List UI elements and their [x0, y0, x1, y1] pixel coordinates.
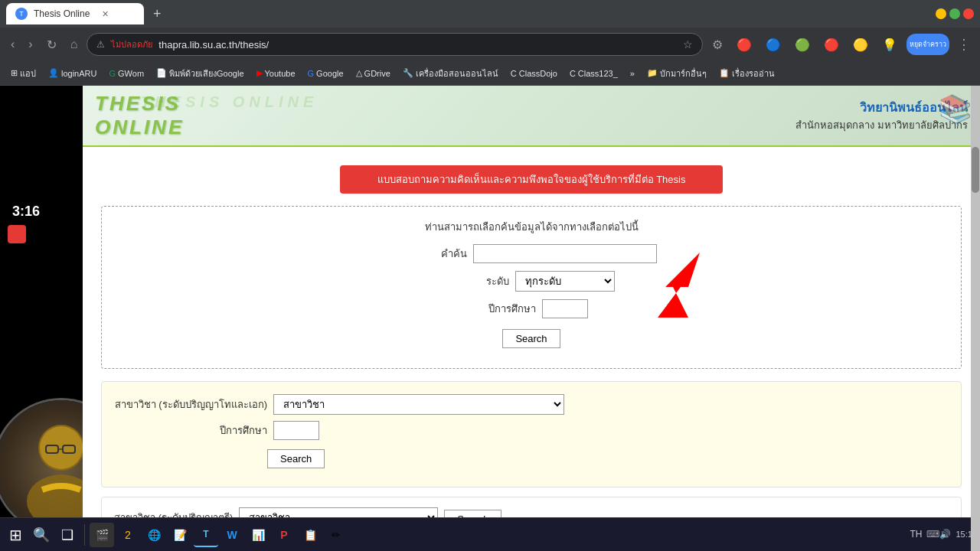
logo-bg-decoration: THESIS ONLINE [141, 93, 318, 111]
browser-icon-5[interactable]: 🟡 [848, 34, 873, 55]
bookmark-classdojo[interactable]: CClassDojo [506, 67, 562, 80]
taskbar-divider-1 [84, 524, 85, 546]
year-row-1: ปีการศึกษา [114, 299, 949, 318]
header-book-icon: 📚 [939, 93, 972, 125]
bookmark-other[interactable]: 📁บักมาร์กอื่นๆ [642, 65, 711, 82]
search-button-1[interactable]: Search [502, 329, 560, 348]
taskbar-explorer[interactable]: 🌐 [142, 523, 166, 547]
tab-close-button[interactable]: × [102, 8, 108, 20]
site-body: แบบสอบถามความคิดเห็นและความพึงพอใจของผู้… [83, 147, 980, 551]
bookmark-loginaru[interactable]: 👤loginARU [44, 67, 101, 80]
taskbar-word[interactable]: W [220, 523, 244, 547]
logo-online: ONLINE [95, 116, 184, 139]
browser-icon-1[interactable]: 🔴 [732, 34, 756, 55]
scrollbar-thumb[interactable] [972, 147, 979, 193]
section2-year-row: ปีการศึกษา [114, 421, 949, 440]
bookmark-apps[interactable]: ⊞แอป [6, 65, 41, 82]
address-bar-row: ‹ › ↻ ⌂ ⚠ ไม่ปลอดภัย thapra.lib.su.ac.th… [0, 28, 980, 61]
bookmark-reading[interactable]: 📋เรื่องรออ่าน [714, 65, 779, 82]
back-button[interactable]: ‹ [6, 34, 19, 54]
tab-favicon: T [15, 8, 28, 20]
keyword-input[interactable] [473, 244, 657, 263]
section2-year-label: ปีการศึกษา [114, 422, 267, 439]
taskbar-lang[interactable]: TH [910, 529, 922, 540]
section2-subject-label: สาขาวิชา (ระดับปริญญาโทและเอก) [114, 396, 267, 412]
site-header: THESIS ONLINE THESIS ONLINE วิทยานิพนธ์อ… [83, 86, 980, 147]
survey-banner[interactable]: แบบสอบถามความคิดเห็นและความพึงพอใจของผู้… [340, 165, 723, 194]
taskbar-app-extra[interactable]: 📋 [298, 523, 322, 547]
search-section-2: สาขาวิชา (ระดับปริญญาโทและเอก) สาขาวิชา … [101, 381, 962, 487]
extensions-button[interactable]: ⚙ [707, 34, 727, 55]
tab-title: Thesis Online [34, 8, 90, 19]
year-input-1[interactable] [542, 299, 588, 318]
search-section-1: ท่านสามารถเลือกค้นข้อมูลได้จากทางเลือกต่… [101, 206, 962, 369]
profile-button[interactable]: หยุดจำคราว [906, 34, 949, 55]
browser-icon-2[interactable]: 🔵 [761, 34, 786, 55]
level-label: ระดับ [448, 273, 509, 289]
level-select[interactable]: ทุกระดับ ปริญญาโท ปริญญาเอก ปริญญาตรี [515, 271, 615, 292]
close-button[interactable] [963, 8, 974, 19]
section2-subject-select[interactable]: สาขาวิชา [273, 394, 564, 415]
section2-subject-row: สาขาวิชา (ระดับปริญญาโทและเอก) สาขาวิชา [114, 394, 949, 415]
sidebar-time: 3:16 [6, 201, 46, 223]
bookmark-class123[interactable]: CClass123_ [565, 67, 622, 80]
browser-icon-6[interactable]: 💡 [877, 34, 902, 55]
taskbar-right: TH ⌨🔊 15:12 [910, 529, 977, 540]
keyword-row: คำค้น [114, 244, 949, 263]
section2-year-input[interactable] [273, 421, 319, 440]
recording-indicator [8, 225, 26, 243]
section2-btn-row: Search [267, 446, 949, 468]
bookmarks-bar: ⊞แอป 👤loginARU GGWom 📄พิมพ์ด้วยเสียงGoog… [0, 61, 980, 86]
search-btn-row-1: Search [114, 326, 949, 348]
bookmark-youtube[interactable]: ▶Youtube [252, 67, 300, 80]
search-button-taskbar[interactable]: 🔍 [29, 523, 54, 547]
taskbar-thesis[interactable]: T [194, 523, 218, 547]
task-view-button[interactable]: ❑ [55, 523, 80, 547]
new-tab-button[interactable]: + [147, 6, 168, 22]
active-tab[interactable]: T Thesis Online × [6, 3, 144, 24]
bookmark-tools[interactable]: 🔧เครื่องมือสอนออนไลน์ [398, 65, 503, 82]
window-controls [936, 8, 974, 19]
site-logo: THESIS ONLINE THESIS ONLINE [95, 92, 184, 139]
start-button[interactable]: ⊞ [3, 523, 28, 547]
taskbar-pencil[interactable]: ✏ [324, 523, 348, 547]
main-content: THESIS ONLINE THESIS ONLINE วิทยานิพนธ์อ… [83, 86, 980, 551]
bookmark-star-icon[interactable]: ☆ [683, 38, 693, 51]
taskbar-map[interactable]: 📊 [246, 523, 270, 547]
taskbar-icons-sys: ⌨🔊 [926, 529, 951, 540]
taskbar-powerpoint[interactable]: P [272, 523, 296, 547]
minimize-button[interactable] [936, 8, 946, 19]
url-text: thapra.lib.su.ac.th/thesis/ [158, 39, 677, 51]
year-label-1: ปีการศึกษา [475, 301, 536, 317]
bookmark-print[interactable]: 📄พิมพ์ด้วยเสียงGoogle [152, 65, 248, 82]
page-area: 3:16 [0, 86, 980, 551]
bookmark-gdrive[interactable]: △GDrive [351, 67, 395, 80]
section1-title: ท่านสามารถเลือกค้นข้อมูลได้จากทางเลือกต่… [114, 219, 949, 235]
taskbar-video[interactable]: 🎬 [90, 523, 114, 547]
bookmark-google[interactable]: GGoogle [303, 67, 348, 80]
home-button[interactable]: ⌂ [66, 34, 83, 54]
search-button-2[interactable]: Search [267, 449, 325, 468]
logo-text-area: THESIS ONLINE THESIS ONLINE [95, 92, 184, 139]
address-bar-icons: ☆ [683, 38, 693, 51]
survey-banner-container: แบบสอบถามความคิดเห็นและความพึงพอใจของผู้… [101, 165, 962, 194]
browser-icon-4[interactable]: 🔴 [819, 34, 844, 55]
bookmark-more[interactable]: » [626, 67, 639, 80]
bookmark-gwom[interactable]: GGWom [104, 67, 149, 80]
forward-button[interactable]: › [24, 34, 37, 54]
keyword-label: คำค้น [406, 246, 467, 262]
maximize-button[interactable] [949, 8, 960, 19]
security-label: ไม่ปลอดภัย [111, 37, 152, 51]
title-bar: T Thesis Online × + [0, 0, 980, 28]
taskbar-file-2[interactable]: 2 [116, 523, 140, 547]
security-icon: ⚠ [96, 39, 105, 50]
browser-window: T Thesis Online × + ‹ › ↻ ⌂ ⚠ ไม่ปลอดภัย… [0, 0, 980, 551]
address-bar[interactable]: ⚠ ไม่ปลอดภัย thapra.lib.su.ac.th/thesis/… [87, 33, 703, 56]
reload-button[interactable]: ↻ [42, 34, 61, 55]
taskbar-notepad[interactable]: 📝 [168, 523, 192, 547]
browser-menu-button[interactable]: ⋮ [954, 33, 974, 56]
taskbar: ⊞ 🔍 ❑ 🎬 2 🌐 📝 T W 📊 P 📋 ✏ TH ⌨🔊 15:12 [0, 517, 980, 551]
browser-icon-3[interactable]: 🟢 [790, 34, 815, 55]
scrollbar-track[interactable] [971, 86, 980, 551]
sidebar-left: 3:16 [0, 86, 83, 551]
